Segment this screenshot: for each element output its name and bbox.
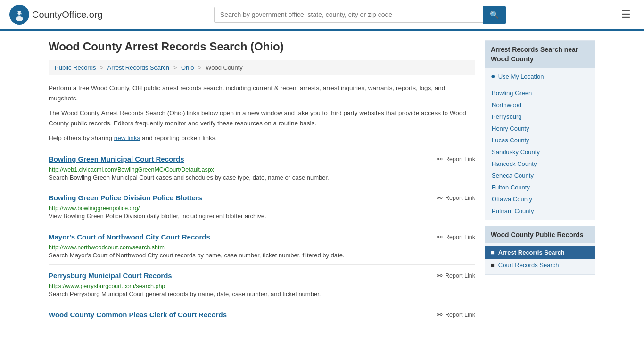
breadcrumb-ohio[interactable]: Ohio bbox=[181, 64, 194, 71]
location-pin-icon: ● bbox=[491, 72, 495, 81]
result-title-0[interactable]: Bowling Green Municipal Court Records bbox=[49, 155, 184, 163]
report-link-btn-4[interactable]: ⚯ Report Link bbox=[437, 311, 475, 319]
nearby-link-5: Sandusky County bbox=[485, 146, 595, 158]
court-records-icon: ■ bbox=[491, 262, 495, 269]
breadcrumb-public-records[interactable]: Public Records bbox=[55, 64, 96, 71]
nearby-link-sandusky[interactable]: Sandusky County bbox=[492, 148, 540, 156]
result-item-4: Wood County Common Pleas Clerk of Court … bbox=[49, 304, 475, 326]
report-link-btn-3[interactable]: ⚯ Report Link bbox=[437, 272, 475, 280]
report-link-btn-2[interactable]: ⚯ Report Link bbox=[437, 233, 475, 241]
arrest-records-link[interactable]: Arrest Records Search bbox=[498, 249, 565, 256]
logo-area: CountyOffice.org bbox=[9, 5, 103, 25]
report-label-3: Report Link bbox=[445, 272, 475, 279]
result-url-2[interactable]: http://www.northwoodcourt.com/search.sht… bbox=[49, 244, 166, 251]
result-url-3[interactable]: https://www.perrysburgcourt.com/search.p… bbox=[49, 283, 165, 289]
nearby-link-8: Fulton County bbox=[485, 181, 595, 193]
nearby-link-hancock[interactable]: Hancock County bbox=[492, 160, 537, 167]
nearby-link-putnam[interactable]: Putnam County bbox=[492, 207, 534, 214]
breadcrumb-sep-1: > bbox=[100, 64, 104, 71]
report-icon-4: ⚯ bbox=[437, 311, 443, 319]
new-links-link[interactable]: new links bbox=[114, 134, 140, 141]
nearby-link-2: Perrysburg bbox=[485, 111, 595, 123]
pub-records-item-1[interactable]: ■ Court Records Search bbox=[485, 259, 595, 272]
result-desc-2: Search Mayor's Court of Northwood City c… bbox=[49, 251, 475, 260]
nearby-link-northwood[interactable]: Northwood bbox=[492, 101, 521, 108]
desc-3: Help others by sharing new links and rep… bbox=[49, 133, 475, 143]
result-title-3[interactable]: Perrysburg Municipal Court Records bbox=[49, 272, 172, 280]
result-url-1[interactable]: http://www.bowlinggreenpolice.org/ bbox=[49, 205, 140, 212]
result-header-1: Bowling Green Police Division Police Blo… bbox=[49, 194, 475, 202]
result-header-2: Mayor's Court of Northwood City Court Re… bbox=[49, 233, 475, 241]
result-item-1: Bowling Green Police Division Police Blo… bbox=[49, 187, 475, 226]
result-header-3: Perrysburg Municipal Court Records ⚯ Rep… bbox=[49, 272, 475, 280]
report-icon-2: ⚯ bbox=[437, 233, 443, 241]
desc-3-prefix: Help others by sharing bbox=[49, 134, 114, 141]
result-header-4: Wood County Common Pleas Clerk of Court … bbox=[49, 311, 475, 319]
result-item-3: Perrysburg Municipal Court Records ⚯ Rep… bbox=[49, 264, 475, 304]
svg-point-4 bbox=[21, 12, 22, 14]
nearby-link-fulton[interactable]: Fulton County bbox=[492, 184, 530, 191]
breadcrumb-wood-county: Wood County bbox=[206, 64, 243, 71]
report-icon-0: ⚯ bbox=[437, 155, 443, 164]
report-label-4: Report Link bbox=[445, 312, 475, 318]
nearby-section-title: Arrest Records Search near Wood County bbox=[485, 41, 595, 68]
svg-point-3 bbox=[17, 12, 18, 14]
result-item-0: Bowling Green Municipal Court Records ⚯ … bbox=[49, 148, 475, 187]
search-input[interactable] bbox=[214, 7, 483, 23]
nearby-link-10: Putnam County bbox=[485, 205, 595, 217]
page-title: Wood County Arrest Records Search (Ohio) bbox=[49, 40, 475, 53]
main-content: Wood County Arrest Records Search (Ohio)… bbox=[49, 40, 475, 326]
breadcrumb-sep-2: > bbox=[173, 64, 177, 71]
nearby-link-9: Ottawa County bbox=[485, 193, 595, 205]
report-icon-1: ⚯ bbox=[437, 194, 443, 202]
nearby-link-ottawa[interactable]: Ottawa County bbox=[492, 196, 532, 203]
nearby-links: Bowling Green Northwood Perrysburg Henry… bbox=[485, 84, 595, 220]
report-label-2: Report Link bbox=[445, 234, 475, 240]
nearby-link-henry[interactable]: Henry County bbox=[492, 125, 529, 132]
desc-2: The Wood County Arrest Records Search (O… bbox=[49, 108, 475, 128]
public-records-items: ■ Arrest Records Search ■ Court Records … bbox=[485, 243, 595, 274]
breadcrumb: Public Records > Arrest Records Search >… bbox=[49, 60, 475, 75]
result-desc-3: Search Perrysburg Municipal Court genera… bbox=[49, 289, 475, 299]
nearby-link-bowling-green[interactable]: Bowling Green bbox=[492, 90, 532, 97]
header-right: ☰ bbox=[618, 7, 635, 23]
hamburger-button[interactable]: ☰ bbox=[618, 7, 635, 23]
sidebar: Arrest Records Search near Wood County ●… bbox=[485, 40, 595, 326]
use-location: ● Use My Location bbox=[485, 68, 595, 84]
nearby-link-3: Henry County bbox=[485, 123, 595, 134]
desc-3-suffix: and reporting broken links. bbox=[140, 134, 217, 141]
breadcrumb-sep-3: > bbox=[198, 64, 202, 71]
results-list: Bowling Green Municipal Court Records ⚯ … bbox=[49, 148, 475, 326]
use-location-link[interactable]: Use My Location bbox=[498, 73, 544, 80]
nearby-link-1: Northwood bbox=[485, 99, 595, 111]
report-link-btn-1[interactable]: ⚯ Report Link bbox=[437, 194, 475, 202]
desc-1: Perform a free Wood County, OH public ar… bbox=[49, 83, 475, 103]
report-label-1: Report Link bbox=[445, 195, 475, 201]
nearby-section: Arrest Records Search near Wood County ●… bbox=[485, 40, 595, 220]
nearby-link-perrysburg[interactable]: Perrysburg bbox=[492, 113, 522, 120]
court-records-link[interactable]: Court Records Search bbox=[498, 262, 559, 269]
pub-records-item-0[interactable]: ■ Arrest Records Search bbox=[485, 246, 595, 259]
logo-icon bbox=[9, 5, 29, 25]
report-link-btn-0[interactable]: ⚯ Report Link bbox=[437, 155, 475, 164]
nearby-link-4: Lucas County bbox=[485, 134, 595, 146]
report-label-0: Report Link bbox=[445, 156, 475, 163]
breadcrumb-arrest-records[interactable]: Arrest Records Search bbox=[107, 64, 170, 71]
result-header-0: Bowling Green Municipal Court Records ⚯ … bbox=[49, 155, 475, 164]
logo-text: CountyOffice.org bbox=[32, 9, 103, 20]
result-title-4[interactable]: Wood County Common Pleas Clerk of Court … bbox=[49, 311, 227, 319]
nearby-link-seneca[interactable]: Seneca County bbox=[492, 172, 534, 179]
result-item-2: Mayor's Court of Northwood City Court Re… bbox=[49, 226, 475, 265]
report-icon-3: ⚯ bbox=[437, 272, 443, 280]
result-url-0[interactable]: http://web1.civicacmi.com/BowlingGreenMC… bbox=[49, 166, 214, 173]
nearby-link-7: Seneca County bbox=[485, 170, 595, 181]
result-desc-0: Search Bowling Green Municipal Court cas… bbox=[49, 173, 475, 182]
nearby-link-lucas[interactable]: Lucas County bbox=[492, 137, 529, 144]
public-records-title: Wood County Public Records bbox=[485, 226, 595, 243]
nearby-link-6: Hancock County bbox=[485, 158, 595, 170]
header: CountyOffice.org 🔍 ☰ bbox=[0, 0, 644, 31]
result-title-2[interactable]: Mayor's Court of Northwood City Court Re… bbox=[49, 233, 210, 241]
search-button[interactable]: 🔍 bbox=[483, 6, 506, 24]
public-records-section: Wood County Public Records ■ Arrest Reco… bbox=[485, 226, 595, 275]
result-title-1[interactable]: Bowling Green Police Division Police Blo… bbox=[49, 194, 202, 202]
